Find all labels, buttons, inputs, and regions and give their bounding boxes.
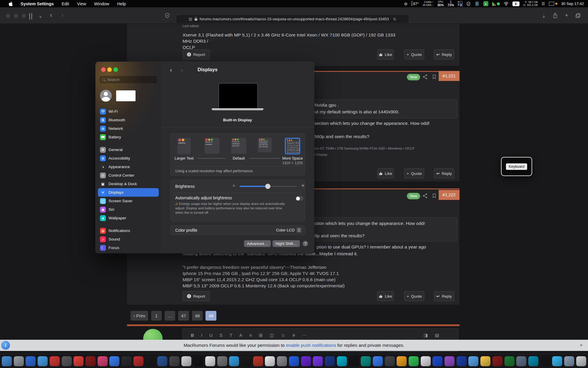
dock-app-icon-37[interactable]: [432, 356, 442, 366]
dock-app-icon-7[interactable]: [74, 356, 83, 366]
dock-app-icon-25[interactable]: [289, 356, 299, 366]
page-link[interactable]: 47: [178, 311, 189, 321]
dock-app-icon-45[interactable]: [528, 356, 538, 366]
wifi-icon[interactable]: [504, 2, 509, 6]
dock-app-icon-30[interactable]: [349, 356, 359, 366]
menu-item-edit[interactable]: Edit: [62, 1, 69, 6]
dock-app-icon-28[interactable]: [325, 356, 335, 366]
enable-notifications-link[interactable]: enable push notifications: [286, 343, 336, 348]
color-profile-select[interactable]: Color LCD ▲▼: [276, 228, 301, 233]
dock-app-icon-18[interactable]: [205, 356, 215, 366]
dock-app-icon-21[interactable]: [241, 356, 251, 366]
sidebar-toggle-icon[interactable]: [29, 14, 30, 19]
resolution-preset-4[interactable]: Here's to the crtroublemakers.ones who s…: [258, 138, 272, 152]
dock-app-icon-5[interactable]: [50, 356, 60, 366]
sidebar-chevron-icon[interactable]: ∨: [39, 14, 42, 20]
dock-app-icon-17[interactable]: [193, 356, 203, 366]
dock-app-icon-36[interactable]: [421, 356, 431, 366]
pause-circle-icon[interactable]: ⊘: [404, 1, 407, 6]
dock-app-icon-34[interactable]: [397, 356, 407, 366]
reader-icon[interactable]: ▤: [189, 17, 192, 21]
sidebar-item-screen-saver[interactable]: ◫Screen Saver: [98, 197, 159, 205]
menu-item-view[interactable]: View: [77, 1, 86, 6]
quote-button[interactable]: +Quote: [404, 168, 424, 178]
resolution-preset-3[interactable]: Here's to ttroublemaones who: [231, 138, 246, 154]
post-number-badge[interactable]: #1,222: [439, 190, 460, 200]
dock-app-icon-41[interactable]: [480, 356, 490, 366]
dock-app-icon-3[interactable]: [26, 356, 36, 366]
editor-format-icon[interactable]: U: [209, 333, 213, 338]
cpu-usage[interactable]: CPU 36%: [437, 1, 444, 7]
dock-app-icon-11[interactable]: [121, 356, 131, 366]
tab-overview-icon[interactable]: [575, 13, 581, 19]
dock-app-icon-31[interactable]: [361, 356, 371, 366]
dock-app-icon-8[interactable]: [86, 356, 96, 366]
dock-app-icon-38[interactable]: [445, 356, 455, 366]
forward-icon[interactable]: ›: [181, 67, 183, 73]
sidebar-item-wallpaper[interactable]: ◈Wallpaper: [98, 214, 159, 222]
sidebar-item-notifications[interactable]: ◍Notifications: [98, 226, 159, 235]
refresh-icon[interactable]: ↻: [393, 17, 397, 21]
dock-app-icon-24[interactable]: [277, 356, 287, 366]
editor-format-icon[interactable]: ☺: [281, 333, 285, 338]
dock-app-icon-29[interactable]: [337, 356, 347, 366]
editor-format-icon[interactable]: ≡: [249, 333, 252, 338]
quote-button[interactable]: +Quote: [404, 49, 424, 59]
dock-app-icon-15[interactable]: [169, 356, 179, 366]
page-current[interactable]: 49: [206, 311, 216, 321]
like-button[interactable]: Like: [377, 49, 394, 59]
sensor-temp[interactable]: SEN 87°: [411, 1, 419, 6]
dock-app-icon-22[interactable]: [253, 356, 263, 366]
memory-indicator[interactable]: MEM: [458, 1, 462, 6]
page-link[interactable]: …: [165, 311, 175, 321]
dock-app-icon-49[interactable]: [576, 356, 586, 366]
bookmark-icon[interactable]: [432, 193, 437, 200]
menu-item-help[interactable]: Help: [117, 1, 126, 6]
editor-format-icon[interactable]: S: [220, 333, 223, 338]
dock-app-icon-13[interactable]: [145, 356, 155, 366]
dock-app-icon-43[interactable]: [505, 356, 514, 366]
dock-app-icon-48[interactable]: [564, 356, 574, 366]
checklist-icon[interactable]: ☰: [542, 1, 545, 6]
like-button[interactable]: Like: [377, 168, 394, 178]
resolution-preset-1[interactable]: Here's: [177, 138, 191, 154]
dock-app-icon-2[interactable]: [14, 356, 24, 366]
brightness-slider-knob[interactable]: [265, 184, 270, 189]
editor-format-icon[interactable]: ⊞: [259, 333, 263, 338]
night-shift-button[interactable]: Night Shift…: [273, 240, 300, 247]
dock-app-icon-16[interactable]: [181, 356, 191, 366]
page-link[interactable]: 1: [151, 311, 162, 321]
dock-app-icon-19[interactable]: [217, 356, 227, 366]
dock-app-icon-12[interactable]: [133, 356, 143, 366]
sidebar-item-displays[interactable]: ☀Displays: [98, 188, 159, 197]
close-icon[interactable]: ×: [580, 340, 583, 351]
like-button[interactable]: Like: [377, 291, 394, 301]
url-bar[interactable]: ▤ forums.macrumors.com/threads/macos-15-…: [176, 15, 409, 23]
editor-format-icon[interactable]: I: [201, 333, 202, 338]
dock-app-icon-26[interactable]: [301, 356, 311, 366]
display-switch-icon[interactable]: [549, 2, 557, 6]
dock-app-icon-35[interactable]: [409, 356, 419, 366]
forward-icon[interactable]: ›: [61, 12, 64, 18]
help-button[interactable]: ?: [303, 241, 308, 246]
green-app-icon[interactable]: ▲: [483, 1, 488, 6]
editor-format-icon[interactable]: T: [230, 333, 232, 338]
dock-app-icon-23[interactable]: [265, 356, 275, 366]
report-button[interactable]: !Report: [183, 291, 210, 301]
menu-clock[interactable]: 30 Sep 17:42: [561, 1, 584, 6]
sidebar-item-battery[interactable]: Battery: [98, 133, 159, 141]
sidebar-item-wi-fi[interactable]: Wi-Fi: [98, 107, 159, 116]
privacy-shield-icon[interactable]: [165, 13, 170, 19]
menu-item-window[interactable]: Window: [94, 1, 109, 6]
page-link[interactable]: ‹ Prev: [131, 311, 148, 321]
new-tab-icon[interactable]: +: [565, 12, 568, 18]
reply-button[interactable]: ↩Reply: [434, 49, 454, 59]
dock-app-icon-4[interactable]: [38, 356, 48, 366]
dock-app-icon-44[interactable]: [516, 356, 526, 366]
sidebar-item-network[interactable]: ⊕Network: [98, 124, 159, 133]
sidebar-item-focus[interactable]: ☾Focus: [98, 243, 159, 252]
window-controls[interactable]: [6, 14, 26, 18]
editor-format-icon[interactable]: A: [239, 333, 242, 338]
dock-app-icon-14[interactable]: [157, 356, 167, 366]
dock-app-icon-20[interactable]: [229, 356, 239, 366]
